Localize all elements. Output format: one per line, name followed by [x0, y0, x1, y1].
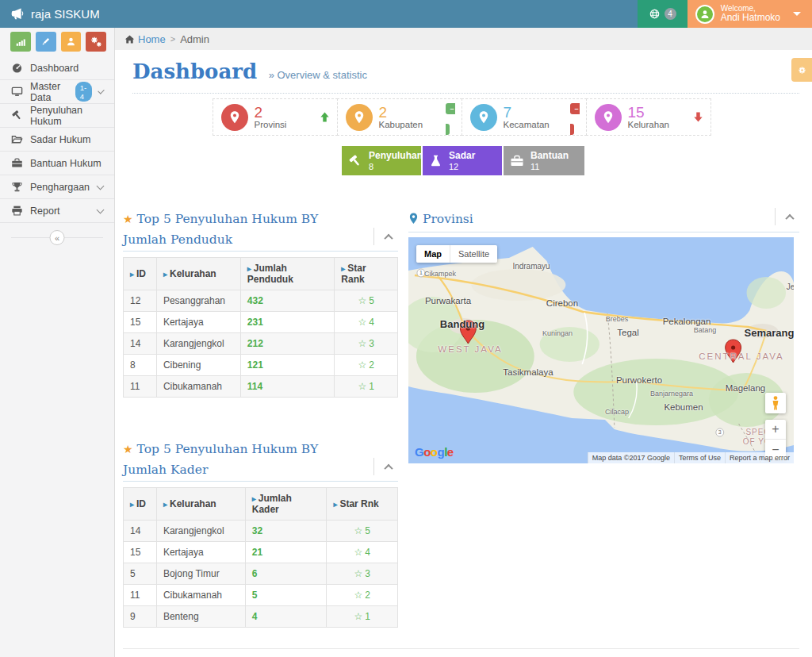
- breadcrumb-home-link[interactable]: Home: [124, 33, 166, 45]
- column-header[interactable]: ▸Kelurahan: [156, 488, 245, 521]
- sidebar-item-penghargaan[interactable]: Penghargaan: [0, 175, 114, 199]
- brand[interactable]: raja SISKUM: [0, 0, 100, 28]
- column-header[interactable]: ▸ID: [124, 488, 157, 521]
- panel-collapse-button[interactable]: [373, 228, 398, 245]
- footer: SISKUM © 2016. Version 1.0: [123, 648, 799, 657]
- app-root: raja SISKUM 4 Welcome, Andi Hatmoko: [0, 0, 812, 657]
- chevron-down-icon: [97, 206, 105, 213]
- cell-id: 5: [124, 563, 157, 585]
- sidebar-item-dashboard[interactable]: Dashboard: [0, 56, 114, 80]
- column-header[interactable]: ▸Jumlah Penduduk: [240, 258, 335, 290]
- quick-button-pencil[interactable]: [36, 32, 56, 52]
- table-header-row: ▸ID▸Kelurahan▸Jumlah Penduduk▸Star Rank: [124, 258, 398, 290]
- column-header[interactable]: ▸Star Rank: [335, 258, 398, 290]
- terms-of-use-link[interactable]: Terms of Use: [674, 452, 725, 463]
- star-outline-icon: ☆: [354, 568, 362, 579]
- cell-value: 432: [240, 290, 335, 312]
- column-header[interactable]: ▸Kelurahan: [156, 258, 240, 290]
- sidebar-item-penyuluhan-hukum[interactable]: Penyuluhan Hukum: [0, 104, 114, 128]
- top-navbar: raja SISKUM 4 Welcome, Andi Hatmoko: [0, 0, 812, 28]
- count-label: Penyuluhan: [369, 150, 423, 161]
- gavel-icon: [11, 110, 23, 121]
- panel-map: Provinsi: [408, 207, 799, 463]
- right-column: Provinsi: [408, 207, 799, 463]
- breadcrumb-current: Admin: [180, 33, 209, 45]
- left-column: ★Top 5 Penyuluhan Hukum BY Jumlah Pendud…: [123, 207, 398, 628]
- star-outline-icon: ☆: [358, 359, 366, 371]
- menu-badge: 1-4: [75, 82, 92, 102]
- star-outline-icon: ☆: [358, 317, 366, 328]
- sidebar-item-report[interactable]: Report: [0, 199, 114, 223]
- star-icon: ★: [123, 443, 133, 455]
- main-content: Home > Admin Dashboard » Overview & stat…: [115, 28, 812, 657]
- sidebar-collapse-button[interactable]: «: [50, 230, 65, 245]
- map-pin-icon: [346, 104, 373, 131]
- count-button-penyuluhan[interactable]: Penyuluhan8: [342, 146, 423, 175]
- table-row: 14Karangjengkol32☆5: [124, 521, 398, 542]
- column-header[interactable]: ▸Star Rnk: [327, 488, 398, 521]
- cell-value: 121: [240, 355, 335, 376]
- pegman-icon: [771, 396, 780, 410]
- map-type-satellite-button[interactable]: Satellite: [450, 245, 497, 263]
- stat-label: Kecamatan: [504, 120, 550, 129]
- settings-button[interactable]: [791, 58, 812, 82]
- cell-id: 11: [124, 376, 157, 398]
- panel-collapse-button[interactable]: [373, 458, 398, 475]
- panel-top5-kader: ★Top 5 Penyuluhan Hukum BY Jumlah Kader …: [123, 437, 398, 628]
- count-text: Sadar12: [449, 150, 475, 171]
- stat-label: Provinsi: [255, 120, 287, 129]
- table-row: 9Benteng4☆1: [124, 606, 398, 628]
- chevron-up-icon: [785, 214, 794, 223]
- notifications-button[interactable]: 4: [638, 0, 688, 28]
- report-map-error-link[interactable]: Report a map error: [725, 452, 794, 463]
- briefcase-icon: [510, 154, 524, 168]
- count-button-sadar[interactable]: Sadar12: [423, 146, 504, 175]
- table-top5-kader: ▸ID▸Kelurahan▸Jumlah Kader▸Star Rnk 14Ka…: [123, 487, 398, 628]
- map-pin-icon: [221, 104, 248, 131]
- panel-top5-penduduk: ★Top 5 Penyuluhan Hukum BY Jumlah Pendud…: [123, 207, 398, 398]
- page-header: Dashboard » Overview & statistic: [132, 60, 799, 94]
- sidebar-item-label: Bantuan Hukum: [30, 158, 102, 169]
- sidebar-collapse-row: «: [0, 225, 114, 252]
- sidebar-quick-buttons: [0, 28, 114, 56]
- count-button-bantuan[interactable]: Bantuan11: [504, 146, 584, 175]
- sort-arrow-icon: ▸: [130, 270, 134, 279]
- count-value: 12: [449, 162, 475, 171]
- zoom-in-button[interactable]: +: [765, 420, 786, 440]
- google-map[interactable]: 1 3: [408, 237, 794, 463]
- map-attribution: Map data ©2017 Google Terms of Use Repor…: [588, 452, 794, 463]
- quick-button-gears[interactable]: [86, 32, 106, 52]
- column-header[interactable]: ▸Jumlah Kader: [245, 488, 327, 521]
- panels-area: ★Top 5 Penyuluhan Hukum BY Jumlah Pendud…: [115, 175, 812, 628]
- sidebar-item-bantuan-hukum[interactable]: Bantuan Hukum: [0, 152, 114, 175]
- star-outline-icon: ☆: [358, 295, 366, 306]
- chevron-up-icon: [384, 234, 393, 243]
- panel-collapse-button[interactable]: [775, 208, 799, 225]
- cell-star-rank: ☆4: [335, 312, 398, 333]
- count-label: Sadar: [449, 150, 475, 161]
- breadcrumb: Home > Admin: [115, 28, 812, 50]
- cell-star-rank: ☆1: [327, 606, 398, 628]
- sort-arrow-icon: ▸: [333, 500, 337, 509]
- sort-arrow-icon: ▸: [341, 264, 345, 273]
- star-outline-icon: ☆: [358, 338, 366, 349]
- gavel-icon: [348, 154, 362, 168]
- quick-button-bar-chart[interactable]: [10, 32, 31, 52]
- column-header[interactable]: ▸ID: [124, 258, 157, 290]
- stat-value: 7: [504, 105, 550, 121]
- map-type-map-button[interactable]: Map: [416, 245, 450, 263]
- sidebar-item-sadar-hukum[interactable]: Sadar Hukum: [0, 128, 114, 152]
- pegman-control[interactable]: [765, 393, 786, 413]
- trophy-icon: [11, 181, 23, 193]
- svg-text:3: 3: [718, 429, 722, 435]
- star-icon: ★: [123, 213, 133, 225]
- sort-arrow-icon: ▸: [130, 500, 134, 509]
- cell-id: 12: [124, 290, 157, 312]
- gauge-icon: [11, 62, 23, 74]
- stat-card-kelurahan: 15Kelurahan: [586, 98, 711, 136]
- cell-id: 11: [124, 585, 157, 606]
- sidebar-item-master-data[interactable]: Master Data1-4: [0, 80, 114, 104]
- sidebar-item-label: Dashboard: [30, 63, 79, 74]
- user-menu[interactable]: Welcome, Andi Hatmoko: [688, 0, 812, 28]
- quick-button-user[interactable]: [61, 32, 82, 52]
